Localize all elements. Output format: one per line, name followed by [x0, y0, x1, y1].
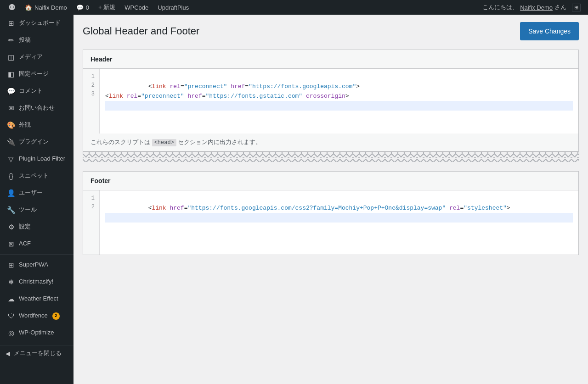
contact-icon: ✉ — [7, 103, 15, 113]
sidebar-label-settings: 設定 — [19, 223, 31, 231]
dashboard-icon: ⊞ — [7, 18, 15, 28]
line-number-2: 2 — [83, 81, 99, 90]
sidebar-item-superpwa[interactable]: ⊞SuperPWA — [0, 256, 74, 273]
main-content: Global Header and Footer Save Changes He… — [74, 15, 588, 384]
pages-icon: ◧ — [7, 69, 15, 79]
sidebar-label-plugins: プラグイン — [19, 138, 49, 146]
adminbar-username[interactable]: Naifix Demo — [520, 4, 553, 11]
appearance-icon: 🎨 — [7, 120, 15, 130]
admin-bar: ⚉ 🏠 Naifix Demo 💬 0 + 新規 WPCode UpdraftP… — [0, 0, 588, 15]
page-title: Global Header and Footer — [83, 25, 199, 37]
sidebar-item-weather-effect[interactable]: ☁Weather Effect — [0, 290, 74, 307]
sidebar-item-tools[interactable]: 🔧ツール — [0, 201, 74, 218]
christmasify-icon: ❄ — [7, 277, 15, 287]
adminbar-user: こんにちは、 Naifix Demo さん ⊞ — [482, 3, 584, 11]
screen-options-icon[interactable]: ⊞ — [572, 4, 581, 11]
adminbar-wpcode[interactable]: WPCode — [120, 0, 153, 15]
sidebar-item-dashboard[interactable]: ⊞ダッシュボード — [0, 15, 74, 32]
footer-code-line-1: <link href="https://fonts.googleapis.com… — [148, 205, 510, 211]
users-icon: 👤 — [7, 188, 15, 198]
zigzag-divider — [83, 152, 579, 162]
snippets-icon: {} — [7, 171, 15, 181]
line-number-1: 1 — [83, 72, 99, 81]
superpwa-icon: ⊞ — [7, 260, 15, 270]
header-description: これらのスクリプトは <head> セクション内に出力されます。 — [83, 134, 578, 151]
adminbar-wp-logo[interactable]: ⚉ — [4, 0, 20, 15]
footer-code-content[interactable]: <link href="https://fonts.googleapis.com… — [100, 190, 578, 255]
sidebar-label-weather-effect: Weather Effect — [19, 295, 58, 303]
sidebar-item-wordfence[interactable]: 🛡Wordfence2 — [0, 307, 74, 324]
sidebar-label-plugin-load-filter: Plugin Load Filter — [19, 155, 65, 163]
sidebar-label-wp-optimize: WP-Optimize — [19, 328, 54, 337]
sidebar-item-media[interactable]: ◫メディア — [0, 49, 74, 66]
media-icon: ◫ — [7, 52, 15, 62]
header-code-line-1: <link rel="preconnect" href="https://fon… — [148, 83, 360, 90]
sidebar-item-wp-optimize[interactable]: ◎WP-Optimize — [0, 324, 74, 341]
footer-section-title: Footer — [83, 172, 578, 190]
footer-line-number-2: 2 — [83, 203, 99, 211]
settings-icon: ⚙ — [7, 222, 15, 232]
footer-line-number-1: 1 — [83, 194, 99, 203]
plugin-load-filter-icon: ▽ — [7, 154, 15, 164]
sidebar-label-acf: ACF — [19, 239, 31, 248]
comments-icon: 💬 — [76, 4, 84, 11]
wordfence-badge: 2 — [52, 312, 60, 320]
sidebar-item-appearance[interactable]: 🎨外観 — [0, 117, 74, 134]
sidebar-label-christmasify: Christmasify! — [19, 278, 53, 286]
menu-separator — [0, 254, 74, 255]
sidebar-label-posts: 投稿 — [19, 36, 31, 44]
sidebar-label-media: メディア — [19, 53, 43, 61]
footer-line-numbers: 1 2 — [83, 190, 100, 255]
header-section: Header 1 2 3 <link rel="preconnect" href… — [83, 50, 579, 152]
footer-code-editor[interactable]: 1 2 <link href="https://fonts.googleapis… — [83, 190, 578, 255]
header-code-line-3 — [105, 101, 573, 111]
sidebar-label-contact: お問い合わせ — [19, 104, 55, 112]
header-code-content[interactable]: <link rel="preconnect" href="https://fon… — [100, 69, 578, 134]
line-number-3: 3 — [83, 90, 99, 99]
adminbar-comments[interactable]: 💬 0 — [72, 0, 94, 15]
sidebar-label-comments: コメント — [19, 87, 43, 95]
site-icon: 🏠 — [25, 4, 32, 11]
adminbar-new[interactable]: + 新規 — [94, 0, 120, 15]
weather-effect-icon: ☁ — [7, 294, 15, 304]
header-code-editor[interactable]: 1 2 3 <link rel="preconnect" href="https… — [83, 69, 578, 134]
acf-icon: ⊠ — [7, 239, 15, 249]
sidebar-label-superpwa: SuperPWA — [19, 261, 48, 269]
adminbar-updraftplus[interactable]: UpdraftPlus — [153, 0, 193, 15]
header-code-line-2: <link rel="preconnect" href="https://fon… — [105, 93, 349, 100]
collapse-menu[interactable]: ◀ メニューを閉じる — [0, 345, 74, 361]
sidebar-item-plugins[interactable]: 🔌プラグイン — [0, 134, 74, 150]
sidebar-item-snippets[interactable]: {}スニペット — [0, 167, 74, 184]
wordfence-icon: 🛡 — [7, 311, 15, 321]
sidebar-item-plugin-load-filter[interactable]: ▽Plugin Load Filter — [0, 150, 74, 167]
footer-code-line-2 — [105, 213, 573, 223]
save-changes-button[interactable]: Save Changes — [520, 22, 579, 40]
page-header: Global Header and Footer Save Changes — [83, 22, 579, 40]
header-section-title: Header — [83, 50, 578, 69]
sidebar-item-pages[interactable]: ◧固定ページ — [0, 66, 74, 83]
sidebar-item-users[interactable]: 👤ユーザー — [0, 184, 74, 201]
sidebar-item-comments[interactable]: 💬コメント — [0, 83, 74, 100]
sidebar-label-tools: ツール — [19, 206, 37, 214]
sidebar-label-wordfence: Wordfence — [19, 312, 48, 320]
adminbar-site-name[interactable]: 🏠 Naifix Demo — [20, 0, 72, 15]
wp-optimize-icon: ◎ — [7, 328, 15, 338]
sidebar-item-acf[interactable]: ⊠ACF — [0, 235, 74, 252]
sidebar-label-appearance: 外観 — [19, 121, 31, 129]
sidebar-item-settings[interactable]: ⚙設定 — [0, 218, 74, 235]
sidebar-item-posts[interactable]: ✏投稿 — [0, 32, 74, 49]
wp-logo-icon: ⚉ — [8, 2, 16, 12]
tools-icon: 🔧 — [7, 205, 15, 215]
sidebar-label-snippets: スニペット — [19, 172, 49, 180]
footer-section: Footer 1 2 <link href="https://fonts.goo… — [83, 171, 579, 255]
sidebar-item-christmasify[interactable]: ❄Christmasify! — [0, 273, 74, 290]
sidebar: ⊞ダッシュボード✏投稿◫メディア◧固定ページ💬コメント✉お問い合わせ🎨外観🔌プラ… — [0, 15, 74, 384]
sidebar-label-pages: 固定ページ — [19, 70, 49, 78]
sidebar-label-users: ユーザー — [19, 189, 43, 197]
posts-icon: ✏ — [7, 35, 15, 45]
sidebar-label-dashboard: ダッシュボード — [19, 19, 61, 27]
comments-icon: 💬 — [7, 86, 15, 96]
plugins-icon: 🔌 — [7, 137, 15, 147]
sidebar-item-contact[interactable]: ✉お問い合わせ — [0, 100, 74, 117]
collapse-icon: ◀ — [6, 350, 10, 357]
